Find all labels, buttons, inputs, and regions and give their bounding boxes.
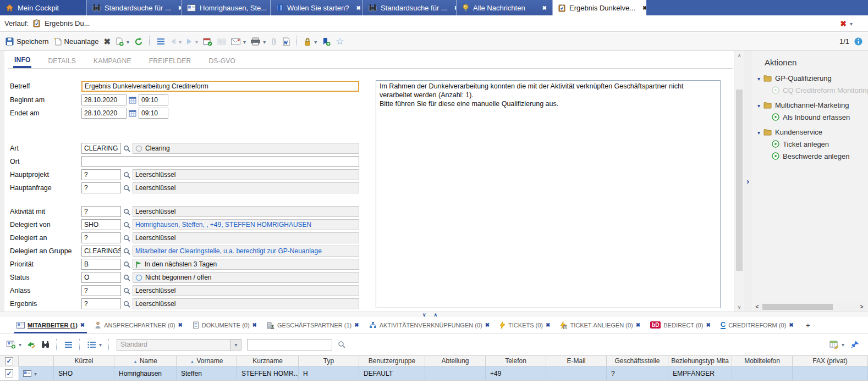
column-vorname[interactable]: Vorname xyxy=(177,356,237,366)
row-icon-cell[interactable] xyxy=(19,366,54,380)
search-icon[interactable] xyxy=(123,248,130,255)
tab-ticket-anliegen[interactable]: TICKET-ANLIEGEN (0) xyxy=(557,317,647,333)
column-typ[interactable]: Typ xyxy=(299,356,359,366)
permissions-button[interactable] xyxy=(304,37,317,46)
row-checkbox[interactable] xyxy=(5,369,13,377)
window-tab-search2[interactable]: Standardsuche für ... xyxy=(363,0,457,15)
action-group-gp-qualifizierung[interactable]: GP-Qualifizierung xyxy=(757,73,868,84)
chevron-down-icon[interactable] xyxy=(99,341,102,348)
select-all-cell[interactable] xyxy=(0,356,19,366)
sidebar-horizontal-scrollbar[interactable] xyxy=(753,303,866,311)
new-record-button[interactable]: Neuanlage xyxy=(54,37,99,46)
view-select[interactable]: Standard xyxy=(117,339,231,350)
history-item[interactable]: Ergebnis Du... xyxy=(45,19,90,27)
search-icon[interactable] xyxy=(123,287,130,294)
appointment-check-icon[interactable] xyxy=(203,37,212,46)
close-record-icon[interactable] xyxy=(840,19,847,28)
start-time-input[interactable]: 09:10 xyxy=(139,94,168,105)
column-beziehungstyp[interactable]: Beziehungstyp Mita xyxy=(668,356,732,366)
column-email[interactable]: E-Mail xyxy=(546,356,607,366)
tab-ansprechpartner[interactable]: ANSPRECHPARTNER (0) xyxy=(91,317,189,333)
scroll-up-icon[interactable] xyxy=(735,51,744,60)
column-benutzergruppe[interactable]: Benutzergruppe xyxy=(359,356,425,366)
row-select-cell[interactable] xyxy=(0,366,19,380)
close-tab-icon[interactable] xyxy=(80,322,85,328)
close-tab-icon[interactable] xyxy=(706,322,710,328)
view-select-dropdown[interactable] xyxy=(231,339,241,350)
chevron-down-icon[interactable] xyxy=(842,341,844,348)
tab-dokumente[interactable]: DOKUMENTE (0) xyxy=(189,317,263,333)
column-kurzname[interactable]: Kurzname xyxy=(237,356,299,366)
filter-input[interactable] xyxy=(247,339,332,350)
aktivitaet-mit-code-input[interactable]: ? xyxy=(81,206,121,217)
delete-icon[interactable] xyxy=(103,37,111,47)
next-record-button[interactable] xyxy=(186,37,198,46)
chevron-down-icon[interactable] xyxy=(314,37,317,46)
tab-geschaeftspartner[interactable]: GESCHÄFTSPARTNER (1) xyxy=(263,317,366,333)
chevron-down-icon[interactable] xyxy=(179,37,182,46)
chevron-down-icon[interactable] xyxy=(195,37,198,46)
scroll-down-icon[interactable] xyxy=(735,303,744,311)
search-icon[interactable] xyxy=(123,235,130,242)
vertical-scrollbar[interactable] xyxy=(735,51,744,311)
search-icon[interactable] xyxy=(123,171,130,179)
close-tab-icon[interactable] xyxy=(175,5,182,11)
ort-input[interactable] xyxy=(81,156,359,167)
save-button[interactable]: Speichern xyxy=(6,37,49,46)
delegiert-an-gruppe-link[interactable]: Mitarbeiter der Clearingstelle, u.a. ber… xyxy=(133,246,359,257)
chevron-down-icon[interactable] xyxy=(757,74,760,82)
close-tab-icon[interactable] xyxy=(539,5,547,11)
send-email-button[interactable] xyxy=(231,37,246,46)
tab-kampagne[interactable]: KAMPAGNE xyxy=(92,54,133,68)
tab-bedirect[interactable]: bD BEDIRECT (0) xyxy=(647,317,717,333)
prioritaet-code-input[interactable]: B xyxy=(81,259,121,270)
window-tab-contact[interactable]: Homrighausen, Ste... xyxy=(182,0,271,15)
binoculars-icon[interactable] xyxy=(41,341,50,348)
close-tab-icon[interactable] xyxy=(789,322,793,328)
art-code-input[interactable]: CLEARING xyxy=(81,143,121,154)
previous-record-button[interactable] xyxy=(170,37,182,46)
action-group-multichannel-marketing[interactable]: Multichannel-Marketing xyxy=(757,99,868,110)
search-icon[interactable] xyxy=(123,274,130,281)
favorite-icon[interactable] xyxy=(336,36,344,47)
scrollbar-thumb[interactable] xyxy=(736,90,743,271)
status-code-input[interactable]: O xyxy=(81,272,121,283)
close-tab-icon[interactable] xyxy=(639,5,646,11)
start-date-input[interactable]: 28.10.2020 xyxy=(81,94,127,105)
outlook-sync-icon[interactable] xyxy=(217,38,226,46)
column-abteilung[interactable]: Abteilung xyxy=(425,356,486,366)
search-icon[interactable] xyxy=(123,300,130,308)
chevron-down-icon[interactable] xyxy=(850,19,853,27)
chevron-down-icon[interactable] xyxy=(263,37,266,46)
column-mobiltelefon[interactable]: Mobiltelefon xyxy=(732,356,793,366)
tab-mitarbeiter[interactable]: MITARBEITER (1) xyxy=(13,317,91,333)
close-tab-icon[interactable] xyxy=(636,322,640,328)
bookmark-add-icon[interactable] xyxy=(322,37,331,46)
tab-dsgvo[interactable]: DS-GVO xyxy=(207,54,237,68)
end-time-input[interactable]: 09:10 xyxy=(139,108,168,119)
action-beschwerde-anlegen[interactable]: Beschwerde anlegen xyxy=(772,151,868,162)
betreff-input[interactable]: Ergebnis Dunkelverarbeitung Creditreform xyxy=(81,81,359,92)
list-view-icon[interactable] xyxy=(157,38,165,45)
select-all-checkbox[interactable] xyxy=(5,357,13,365)
chevron-down-icon[interactable] xyxy=(243,37,246,46)
close-tab-icon[interactable] xyxy=(354,322,359,328)
column-fax-privat[interactable]: FAX (privat) xyxy=(793,356,868,366)
list-view-icon[interactable] xyxy=(64,341,73,348)
delegiert-an-gruppe-code-input[interactable]: CLEARINGS xyxy=(81,246,121,257)
tab-tickets[interactable]: TICKETS (0) xyxy=(496,317,557,333)
add-document-button[interactable] xyxy=(116,37,129,46)
chevron-down-icon[interactable] xyxy=(19,341,21,348)
calendar-icon[interactable] xyxy=(129,96,136,104)
bullet-list-button[interactable] xyxy=(87,341,102,348)
anlass-code-input[interactable]: ? xyxy=(81,285,121,296)
chevron-down-icon[interactable] xyxy=(34,370,37,377)
tab-freifelder[interactable]: FREIFELDER xyxy=(148,54,193,68)
ergebnis-code-input[interactable]: ? xyxy=(81,298,121,309)
hauptanfrage-code-input[interactable]: ? xyxy=(81,182,121,193)
transfer-icon[interactable] xyxy=(27,341,36,348)
print-button[interactable] xyxy=(251,37,266,46)
column-geschaeftsstelle[interactable]: Geschäftsstelle xyxy=(607,356,668,366)
search-icon[interactable] xyxy=(338,341,345,348)
window-tab-assistant[interactable]: Wollen Sie starten? xyxy=(271,0,363,15)
